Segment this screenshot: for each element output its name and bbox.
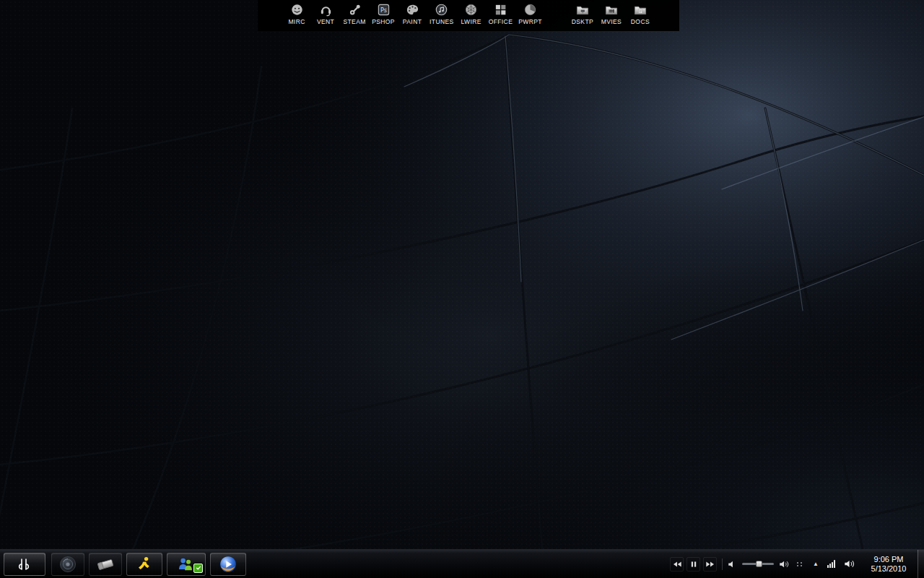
dock-item-pwrpt[interactable]: PWRPT bbox=[518, 0, 542, 25]
desktop-wallpaper bbox=[0, 0, 924, 578]
svg-text:Ps: Ps bbox=[380, 7, 387, 14]
dock-item-label: MVIES bbox=[601, 18, 622, 25]
dock-item-label: LWIRE bbox=[461, 18, 481, 25]
pause-icon bbox=[690, 561, 697, 568]
dock-item-steam[interactable]: STEAM bbox=[343, 0, 366, 25]
messenger-status-badge bbox=[193, 564, 203, 573]
dock-item-lwire[interactable]: LWIRE bbox=[460, 0, 483, 25]
speaker-low-icon bbox=[728, 560, 737, 569]
toolbar-separator bbox=[722, 558, 723, 570]
dock-item-dsktp[interactable]: DSKTP bbox=[571, 0, 594, 25]
quicklaunch-messenger-button[interactable] bbox=[167, 553, 206, 576]
aim-running-man-icon bbox=[136, 556, 153, 573]
photoshop-icon: Ps bbox=[377, 2, 391, 17]
app-dock: MIRC VENT STEAM Ps PSHOP PAINT ITUNES bbox=[258, 0, 679, 31]
clock-time: 9:06 PM bbox=[866, 555, 912, 564]
dock-item-office[interactable]: OFFICE bbox=[489, 0, 513, 25]
dock-item-label: PWRPT bbox=[518, 18, 542, 25]
dock-item-label: MIRC bbox=[288, 18, 305, 25]
quicklaunch-aim-button[interactable] bbox=[126, 553, 162, 576]
media-toolbar bbox=[670, 557, 803, 571]
paint-palette-icon bbox=[406, 2, 419, 17]
toolbar-grip[interactable] bbox=[797, 562, 803, 566]
eraser-icon bbox=[96, 556, 115, 572]
start-button[interactable] bbox=[4, 553, 45, 576]
quick-launch-area bbox=[51, 553, 246, 576]
dock-item-label: DOCS bbox=[631, 18, 650, 25]
fast-forward-icon bbox=[705, 561, 715, 568]
dock-item-mirc[interactable]: MIRC bbox=[285, 0, 308, 25]
speaker-high-icon bbox=[779, 560, 790, 569]
dock-item-label: DSKTP bbox=[572, 18, 593, 25]
wallpaper-art bbox=[0, 0, 924, 578]
dock-item-itunes[interactable]: ITUNES bbox=[430, 0, 454, 25]
speaker-orb-icon bbox=[59, 556, 77, 573]
quicklaunch-eraser-button[interactable] bbox=[89, 553, 122, 576]
movies-folder-icon bbox=[604, 2, 619, 17]
start-monogram-icon bbox=[14, 557, 35, 571]
system-tray: ▲ bbox=[813, 559, 855, 569]
speaker-icon bbox=[844, 559, 855, 569]
dock-item-label: VENT bbox=[317, 18, 334, 25]
powerpoint-icon bbox=[523, 2, 537, 17]
volume-slider[interactable] bbox=[742, 563, 774, 565]
clock-date: 5/13/2010 bbox=[866, 564, 912, 574]
show-hidden-icons-button[interactable]: ▲ bbox=[813, 561, 819, 567]
dock-item-label: PSHOP bbox=[372, 18, 395, 25]
rewind-button[interactable] bbox=[670, 557, 684, 571]
itunes-music-icon bbox=[435, 2, 448, 17]
dock-item-pshop[interactable]: Ps PSHOP bbox=[372, 0, 395, 25]
show-desktop-button[interactable] bbox=[918, 550, 924, 578]
pause-button[interactable] bbox=[687, 557, 700, 571]
network-signal-icon[interactable] bbox=[827, 560, 835, 568]
limewire-icon bbox=[464, 2, 478, 17]
ventrilo-headset-icon bbox=[319, 2, 333, 17]
volume-mute-button[interactable] bbox=[728, 560, 737, 569]
office-grid-icon bbox=[494, 2, 507, 17]
tray-volume-icon[interactable] bbox=[844, 559, 855, 569]
taskbar: ▲ 9:06 PM 5/13/2010 bbox=[0, 549, 924, 578]
dock-item-vent[interactable]: VENT bbox=[314, 0, 337, 25]
taskbar-clock[interactable]: 9:06 PM 5/13/2010 bbox=[866, 555, 912, 574]
fast-forward-button[interactable] bbox=[703, 557, 717, 571]
dock-item-mvies[interactable]: MVIES bbox=[600, 0, 623, 25]
dock-item-label: STEAM bbox=[343, 18, 365, 25]
dock-item-paint[interactable]: PAINT bbox=[401, 0, 424, 25]
mirc-smiley-icon bbox=[290, 2, 304, 17]
steam-icon bbox=[348, 2, 362, 17]
quicklaunch-media-orb-button[interactable] bbox=[51, 553, 84, 576]
volume-slider-handle[interactable] bbox=[756, 561, 762, 567]
dock-item-label: PAINT bbox=[403, 18, 422, 25]
volume-max-button[interactable] bbox=[779, 560, 790, 569]
documents-folder-icon bbox=[633, 2, 648, 17]
windows-media-player-icon bbox=[219, 556, 237, 573]
dock-item-label: OFFICE bbox=[489, 18, 513, 25]
rewind-icon bbox=[672, 561, 682, 568]
quicklaunch-media-player-button[interactable] bbox=[210, 553, 246, 576]
desktop-folder-icon bbox=[575, 2, 590, 17]
dock-item-label: ITUNES bbox=[430, 18, 454, 25]
dock-item-docs[interactable]: DOCS bbox=[629, 0, 652, 25]
